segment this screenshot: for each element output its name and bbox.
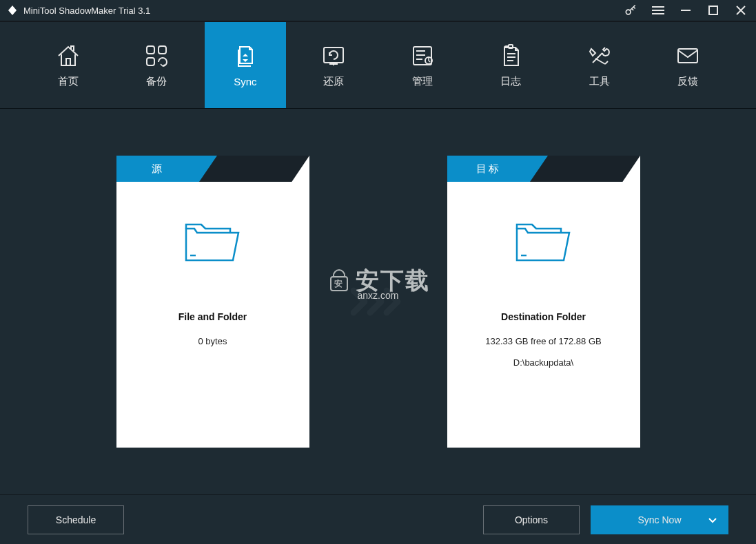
svg-rect-17 [509, 45, 513, 48]
caret-down-icon [708, 514, 717, 525]
nav-manage[interactable]: 管理 [382, 22, 463, 108]
sync-now-button[interactable]: Sync Now [591, 505, 728, 534]
button-label: Sync Now [637, 514, 681, 525]
nav-home[interactable]: 首页 [28, 22, 109, 108]
button-label: Options [515, 514, 548, 525]
folder-icon [182, 218, 243, 270]
destination-tab: 目标 [447, 156, 530, 182]
source-tab: 源 [116, 156, 199, 182]
nav-restore[interactable]: 还原 [293, 22, 374, 108]
tools-icon [586, 42, 613, 70]
nav-label: Sync [234, 76, 256, 87]
nav-label: 管理 [412, 75, 433, 88]
svg-rect-9 [159, 46, 166, 54]
nav-label: 工具 [589, 75, 610, 88]
svg-rect-8 [147, 46, 154, 54]
titlebar: MiniTool ShadowMaker Trial 3.1 [0, 0, 756, 21]
button-label: Schedule [56, 514, 96, 525]
source-title: File and Folder [178, 311, 247, 322]
restore-icon [320, 42, 347, 70]
backup-icon [143, 42, 170, 70]
svg-rect-21 [678, 49, 697, 63]
minimize-icon[interactable] [677, 3, 694, 17]
close-icon[interactable] [732, 3, 749, 17]
nav-backup[interactable]: 备份 [116, 22, 197, 108]
folder-icon [513, 218, 573, 270]
svg-rect-22 [331, 277, 347, 291]
source-panel[interactable]: 源 File and Folder 0 bytes [116, 156, 309, 448]
footer: Schedule Options Sync Now [0, 494, 756, 544]
source-size: 0 bytes [198, 336, 227, 346]
navbar: 首页 备份 Sync 还原 管理 日志 工具 [0, 21, 756, 109]
main-content: 安 安下载 anxz.com 源 File and Folder 0 bytes [0, 109, 756, 494]
destination-title: Destination Folder [501, 311, 586, 322]
nav-log[interactable]: 日志 [470, 22, 551, 108]
manage-icon [409, 42, 436, 70]
feedback-icon [674, 42, 702, 70]
schedule-button[interactable]: Schedule [28, 505, 124, 534]
nav-label: 日志 [500, 75, 521, 88]
svg-point-0 [626, 10, 631, 14]
destination-path: D:\backupdata\ [513, 357, 573, 368]
menu-icon[interactable] [649, 3, 666, 17]
nav-label: 首页 [58, 75, 79, 88]
destination-free: 132.33 GB free of 172.88 GB [485, 336, 601, 346]
nav-sync[interactable]: Sync [205, 22, 286, 108]
panel-header: 目标 [447, 156, 640, 182]
key-icon[interactable] [622, 3, 639, 17]
app-logo-icon [7, 5, 18, 16]
svg-text:安: 安 [334, 279, 344, 289]
log-icon [497, 42, 524, 70]
nav-feedback[interactable]: 反馈 [647, 22, 728, 108]
nav-label: 备份 [146, 75, 167, 88]
nav-label: 还原 [323, 75, 344, 88]
maximize-icon[interactable] [704, 3, 722, 17]
direction-arrows-icon [351, 286, 406, 317]
nav-tools[interactable]: 工具 [559, 22, 640, 108]
sync-icon [232, 43, 259, 70]
svg-rect-10 [147, 58, 154, 65]
svg-rect-5 [709, 6, 717, 14]
home-icon [54, 42, 82, 70]
nav-label: 反馈 [677, 75, 698, 88]
destination-panel[interactable]: 目标 Destination Folder 132.33 GB free of … [447, 156, 640, 448]
options-button[interactable]: Options [483, 505, 580, 534]
app-title: MiniTool ShadowMaker Trial 3.1 [23, 6, 150, 16]
svg-rect-11 [324, 48, 343, 63]
panel-header: 源 [116, 156, 309, 182]
